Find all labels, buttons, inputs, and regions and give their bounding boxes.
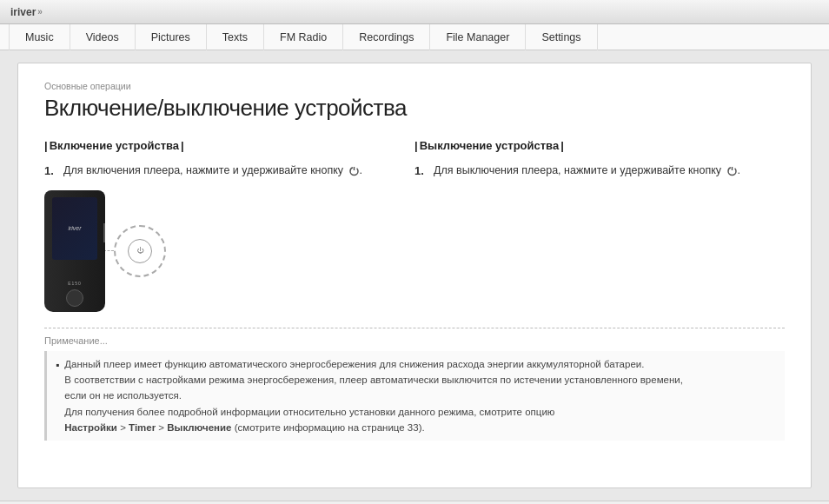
power-button-icon: . xyxy=(347,164,362,176)
power-button-icon-right: . xyxy=(725,164,740,176)
top-bar: iriver » xyxy=(0,0,829,24)
note-section: Примечание... ▪ Данный плеер имеет функц… xyxy=(44,328,785,441)
circle-label: ⏻ xyxy=(136,247,143,255)
step-number-right: 1. xyxy=(414,162,428,180)
page-title: Включение/выключение устройства xyxy=(44,95,785,122)
step-number: 1. xyxy=(44,162,58,180)
note-bold-settings: Настройки xyxy=(64,422,117,433)
nav-item-texts[interactable]: Texts xyxy=(207,24,264,50)
brand-name: iriver xyxy=(10,6,36,18)
device-label: E150 xyxy=(68,281,82,286)
device-bottom: E150 xyxy=(44,281,105,312)
right-step-text: Для выключения плеера, нажмите и удержив… xyxy=(434,162,767,180)
nav-item-fmradio[interactable]: FM Radio xyxy=(264,24,343,50)
side-button-area: ⏻ xyxy=(103,225,166,277)
circle-inner: ⏻ xyxy=(128,239,152,263)
nav-item-music[interactable]: Music xyxy=(9,24,70,50)
device-side-button xyxy=(103,223,105,242)
device-home-button xyxy=(66,289,83,307)
note-timer: Timer xyxy=(129,422,156,433)
left-step-1: 1. Для включения плеера, нажмите и удерж… xyxy=(44,162,397,180)
note-bold-off: Выключение xyxy=(167,422,231,433)
device-screen-text: iriver xyxy=(68,225,81,231)
brand-arrow: » xyxy=(37,7,43,17)
device-screen: iriver xyxy=(52,197,97,260)
brand[interactable]: iriver » xyxy=(0,6,53,18)
note-content: ▪ Данный плеер имеет функцию автоматичес… xyxy=(44,351,785,441)
dashed-circle: ⏻ xyxy=(114,225,166,277)
nav-item-filemanager[interactable]: File Manager xyxy=(430,24,526,50)
nav-item-videos[interactable]: Videos xyxy=(70,24,136,50)
device-image: iriver E150 ⏻ xyxy=(44,190,397,312)
nav-item-pictures[interactable]: Pictures xyxy=(136,24,207,50)
right-step-1: 1. Для выключения плеера, нажмите и удер… xyxy=(414,162,767,180)
note-bullet: ▪ Данный плеер имеет функцию автоматичес… xyxy=(56,356,776,436)
right-column: Выключение устройства 1. Для выключения … xyxy=(414,139,785,312)
left-column: Включение устройства 1. Для включения пл… xyxy=(44,139,414,312)
main-content: Основные операции Включение/выключение у… xyxy=(17,63,812,488)
left-section-heading: Включение устройства xyxy=(44,139,397,152)
right-section-heading: Выключение устройства xyxy=(414,139,767,152)
note-label: Примечание... xyxy=(44,335,785,346)
device-body: iriver E150 xyxy=(44,190,105,312)
note-text: Данный плеер имеет функцию автоматическо… xyxy=(64,356,683,436)
bullet-mark: ▪ xyxy=(56,357,59,374)
nav-bar: MusicVideosPicturesTextsFM RadioRecordin… xyxy=(0,24,829,50)
breadcrumb: Основные операции xyxy=(44,81,785,91)
page-footer: 10 xyxy=(0,501,829,504)
nav-item-recordings[interactable]: Recordings xyxy=(343,24,430,50)
nav-item-settings[interactable]: Settings xyxy=(526,24,597,50)
left-step-text: Для включения плеера, нажмите и удержива… xyxy=(63,162,397,180)
